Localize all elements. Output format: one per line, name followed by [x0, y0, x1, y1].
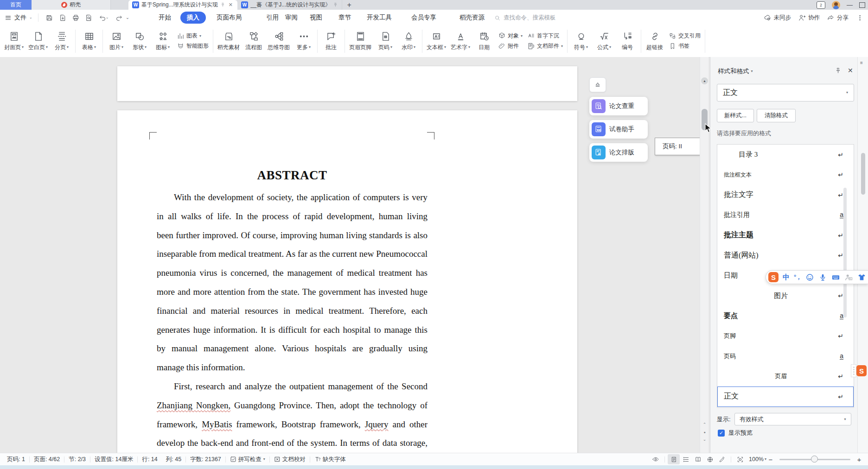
style-item-批注框文本[interactable]: 批注框文本↵: [717, 165, 854, 185]
collaborate-button[interactable]: 协作: [798, 10, 820, 25]
collapse-tools-button[interactable]: [589, 77, 606, 92]
ribbon-button-cover[interactable]: 封面页▾: [2, 30, 26, 52]
ribbon-button-form[interactable]: 窗体▾: [707, 30, 709, 52]
ribbon-button-omega[interactable]: 符号▾: [569, 30, 593, 52]
style-item-要点[interactable]: 要点a: [717, 306, 854, 326]
style-item-页眉[interactable]: 页眉↵: [717, 367, 854, 387]
view-page-mode[interactable]: [668, 454, 680, 464]
ribbon-button-wordart[interactable]: 艺术字▾: [448, 30, 472, 52]
close-icon[interactable]: ✕: [848, 67, 853, 74]
ribbon-button-table[interactable]: 表格▾: [77, 30, 101, 52]
close-tab-icon[interactable]: ✕: [228, 2, 234, 8]
zoom-in-button[interactable]: +: [855, 456, 863, 463]
file-menu[interactable]: 文件⌄: [5, 10, 32, 25]
window-switch-icon[interactable]: 2: [817, 1, 825, 9]
redo-button[interactable]: [112, 10, 125, 25]
scroll-up-button[interactable]: ▲: [701, 77, 708, 84]
sogou-logo-icon[interactable]: S: [856, 365, 867, 376]
ribbon-button-formula[interactable]: 公式▾: [593, 30, 616, 52]
emoji-picker-icon[interactable]: [805, 273, 814, 282]
zoom-out-button[interactable]: −: [766, 456, 775, 463]
menu-tab-1[interactable]: 开始: [156, 12, 174, 24]
ribbon-button-blank[interactable]: 空白页▾: [26, 30, 50, 52]
minimize-button[interactable]: —: [847, 0, 853, 9]
more-commands-caret[interactable]: ⌄: [124, 10, 131, 25]
export-button[interactable]: [56, 10, 69, 25]
user-avatar[interactable]: [832, 1, 840, 9]
menu-tab-5[interactable]: 审阅: [282, 12, 300, 24]
tool-试卷助手[interactable]: 试卷助手: [589, 120, 648, 139]
undo-dropdown-caret[interactable]: ⌄: [105, 10, 109, 25]
punctuation-mode-icon[interactable]: °，: [794, 273, 801, 281]
style-item-批注文字[interactable]: 批注文字↵: [717, 185, 854, 205]
document-area[interactable]: ABSTRACT With the development of society…: [0, 57, 700, 453]
pin-icon[interactable]: [220, 2, 225, 7]
pane-options-icon[interactable]: ≡: [860, 60, 863, 65]
sync-status[interactable]: 未同步: [764, 10, 791, 25]
document-scrollbar[interactable]: ▲ ⌃ ● ⌄: [700, 57, 708, 453]
ribbon-button-pagenum[interactable]: 页码▾: [374, 30, 397, 52]
ribbon-button-clip[interactable]: 附件: [498, 42, 523, 50]
next-page-button[interactable]: ⌄: [700, 437, 709, 442]
ribbon-button-pbreak[interactable]: 分页▾: [50, 30, 73, 52]
style-item-批注主题[interactable]: 批注主题↵: [717, 225, 854, 246]
browse-object-button[interactable]: ●: [700, 431, 709, 434]
ribbon-button-flow[interactable]: 流程图: [242, 30, 265, 52]
style-item-普通(网站)[interactable]: 普通(网站)↵: [717, 246, 854, 266]
ribbon-button-chart[interactable]: 图表▾: [177, 32, 209, 40]
ribbon-button-date[interactable]: 日期: [472, 30, 496, 52]
ribbon-button-micon[interactable]: 图标▾: [151, 30, 174, 52]
style-item-目录 3[interactable]: 目录 3↵: [717, 145, 854, 165]
chinese-mode-icon[interactable]: 中: [783, 273, 790, 282]
ime-toolbar[interactable]: S中°，: [766, 270, 868, 284]
save-button[interactable]: [43, 10, 56, 25]
ribbon-button-comment[interactable]: 批注: [319, 30, 343, 52]
clear-format-button[interactable]: 清除格式: [757, 109, 796, 122]
status-拼写检查[interactable]: 拼写检查▾: [226, 456, 269, 463]
search-input[interactable]: 查找命令、搜索模板: [494, 13, 582, 23]
style-item-批注引用[interactable]: 批注引用a: [717, 205, 854, 226]
toggle-marks-eye-icon[interactable]: [650, 454, 662, 464]
menu-tab-8[interactable]: 开发工具: [364, 12, 395, 24]
pin-icon[interactable]: [835, 67, 842, 74]
previous-page-button[interactable]: ⌃: [700, 422, 709, 427]
home-tab[interactable]: 首页: [0, 0, 32, 10]
zoom-value[interactable]: 100%: [749, 456, 764, 463]
print-preview-button[interactable]: [82, 10, 95, 25]
ribbon-button-smart[interactable]: 智能图形: [177, 42, 209, 50]
document-tab[interactable]: W__蕃《基于J...统的设计与实现》: [237, 0, 342, 10]
view-web-mode[interactable]: [704, 454, 716, 464]
ribbon-button-more[interactable]: 更多▾: [292, 30, 315, 52]
zoom-slider-handle[interactable]: [811, 456, 818, 463]
style-list-scrollbar[interactable]: [843, 188, 847, 317]
ribbon-button-pic[interactable]: 图片▾: [105, 30, 128, 52]
ribbon-button-dropcap[interactable]: 首字下沉: [527, 32, 563, 40]
fit-page-button[interactable]: [734, 454, 746, 464]
new-style-button[interactable]: 新样式...: [717, 109, 754, 122]
menu-tab-4[interactable]: 引用: [263, 12, 281, 24]
style-item-正文[interactable]: 正文↵: [717, 387, 854, 407]
ribbon-button-docer[interactable]: 稻壳素材: [215, 30, 242, 52]
print-button[interactable]: [69, 10, 82, 25]
zoom-slider[interactable]: [779, 459, 850, 460]
sogou-mini-launcher[interactable]: S: [851, 364, 867, 377]
status-文档校对[interactable]: 文档校对: [270, 456, 310, 463]
display-filter-select[interactable]: 有效样式▾: [734, 413, 851, 425]
pin-icon[interactable]: [333, 2, 338, 7]
menu-tab-3[interactable]: 页面布局: [214, 12, 244, 24]
view-read-mode[interactable]: [692, 454, 704, 464]
drag-handle-icon[interactable]: [851, 364, 856, 377]
menu-tab-2[interactable]: 插入: [180, 12, 206, 24]
show-preview-checkbox[interactable]: ✓: [718, 430, 725, 437]
ribbon-button-watermark[interactable]: 水印▾: [397, 30, 420, 52]
virtual-keyboard-icon[interactable]: [831, 273, 840, 282]
voice-input-icon[interactable]: [818, 273, 827, 282]
ribbon-button-bookmark[interactable]: 书签: [669, 42, 701, 50]
menu-tab-6[interactable]: 视图: [307, 12, 325, 24]
ribbon-button-object[interactable]: 对象▾: [498, 32, 523, 40]
document-tab[interactable]: W基于Spring...理系统设计与实现✕: [128, 0, 237, 10]
sogou-logo-icon[interactable]: S: [768, 272, 779, 282]
ribbon-button-docpart[interactable]: 文档部件▾: [527, 42, 563, 50]
current-page[interactable]: ABSTRACT With the development of society…: [117, 110, 577, 453]
more-options-kebab[interactable]: [856, 10, 863, 25]
